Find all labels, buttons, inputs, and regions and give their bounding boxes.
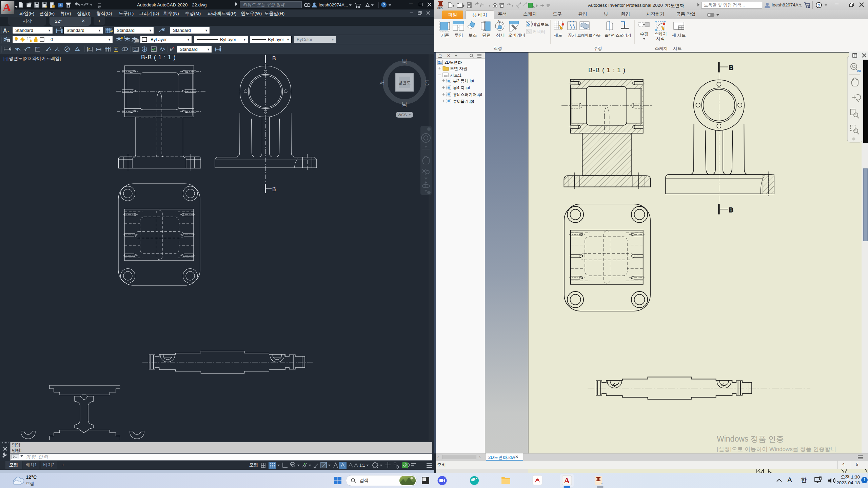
svg-text:B-B ( 1 : 1 ): B-B ( 1 : 1 ) xyxy=(141,54,176,61)
svg-text:투영: 투영 xyxy=(455,33,463,38)
svg-text:오리기: 오리기 xyxy=(619,33,631,38)
svg-text:시트:1: 시트:1 xyxy=(450,73,461,78)
svg-text:B: B xyxy=(729,206,733,214)
svg-text:스케치: 스케치 xyxy=(654,32,667,36)
svg-text:뷰2:몸체.ipt: 뷰2:몸체.ipt xyxy=(453,79,474,83)
svg-text:.1: .1 xyxy=(136,48,139,51)
svg-text:B: B xyxy=(272,186,276,192)
svg-text:시작: 시작 xyxy=(656,36,665,41)
svg-text:A: A xyxy=(3,28,7,34)
svg-text:오버레이: 오버레이 xyxy=(508,33,525,38)
svg-text:남: 남 xyxy=(402,101,408,108)
svg-text:북: 북 xyxy=(402,58,408,65)
svg-text:Windows 정품 인증: Windows 정품 인증 xyxy=(717,434,784,443)
svg-text:도면 자원: 도면 자원 xyxy=(450,66,467,71)
svg-text:제도: 제도 xyxy=(554,33,563,38)
svg-text:새 시트: 새 시트 xyxy=(672,33,686,38)
svg-text:뷰4:축.ipt: 뷰4:축.ipt xyxy=(453,85,470,90)
svg-text:?: ? xyxy=(818,3,821,8)
svg-text:?: ? xyxy=(383,3,385,7)
svg-text:20: 20 xyxy=(600,483,603,485)
svg-text:A: A xyxy=(497,20,500,24)
svg-text:보조: 보조 xyxy=(469,33,477,38)
svg-text:평면도: 평면도 xyxy=(398,80,411,85)
svg-text:2D도면화: 2D도면화 xyxy=(445,60,462,65)
svg-text:커넥터: 커넥터 xyxy=(532,29,545,34)
svg-text:leesh82974A...: leesh82974A... xyxy=(319,2,348,7)
svg-text:1:1: 1:1 xyxy=(359,463,365,468)
svg-text:B: B xyxy=(272,56,276,61)
svg-text:B-B ( 1 : 1 ): B-B ( 1 : 1 ) xyxy=(588,66,626,74)
svg-text:네일보드: 네일보드 xyxy=(532,22,549,27)
svg-text:[-][평면도][2D 와이어프레임]: [-][평면도][2D 와이어프레임] xyxy=(3,56,61,61)
svg-text:A: A xyxy=(564,476,570,485)
svg-text:기준: 기준 xyxy=(441,33,449,38)
svg-text:뷰5:스퍼기어.ipt: 뷰5:스퍼기어.ipt xyxy=(453,92,482,97)
svg-text:수평: 수평 xyxy=(640,32,649,36)
svg-text:브레이크 아웃: 브레이크 아웃 xyxy=(577,33,600,37)
svg-text:슬라이스: 슬라이스 xyxy=(605,33,619,37)
svg-text:X,Y: X,Y xyxy=(36,46,40,49)
svg-text:WCS: WCS xyxy=(398,113,407,117)
svg-text:서: 서 xyxy=(379,80,385,86)
svg-text:끊기: 끊기 xyxy=(568,33,576,38)
svg-text:2D: 2D xyxy=(857,69,861,73)
svg-text:단면: 단면 xyxy=(482,33,491,38)
svg-text:동: 동 xyxy=(424,80,430,86)
svg-text:상세: 상세 xyxy=(496,33,505,38)
svg-text:[설정]으로 이동하여 Windows를 정품 인증합니: [설정]으로 이동하여 Windows를 정품 인증합니 xyxy=(717,446,836,452)
svg-text:B: B xyxy=(729,64,733,71)
svg-text:PRO: PRO xyxy=(437,7,443,9)
svg-text:뷰6:풀리.ipt: 뷰6:풀리.ipt xyxy=(453,99,474,104)
